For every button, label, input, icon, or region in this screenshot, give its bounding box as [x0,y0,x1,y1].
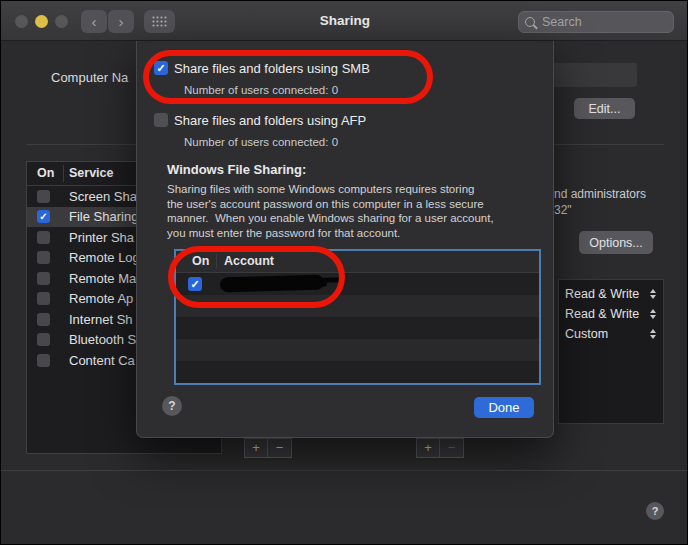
search-icon [525,17,535,27]
account-checkbox[interactable]: ✓ [188,277,202,291]
description-line: the user's account password on this comp… [167,197,547,212]
zoom-button[interactable] [55,15,68,28]
account-row[interactable]: ✓ [176,273,539,295]
service-label: Internet Sh [69,312,133,327]
sharing-preferences-window: ‹ › Sharing Computer Na Edit... On [0,0,688,545]
service-label: File Sharing [69,209,138,224]
service-label: Remote Ma [69,271,136,286]
windows-file-sharing-title: Windows File Sharing: [167,162,306,177]
service-checkbox[interactable] [37,354,50,367]
smb-checkbox-label[interactable]: Share files and folders using SMB [174,61,370,76]
permission-row[interactable]: Read & Write [559,284,663,304]
column-header-on: On [37,166,54,180]
remove-button[interactable]: − [268,439,291,457]
empty-row [176,295,539,317]
folders-add-remove-buttons: + − [244,438,292,458]
column-header-account: Account [224,254,274,268]
service-checkbox[interactable] [37,272,50,285]
check-icon: ✓ [39,212,47,222]
service-label: Screen Sha [69,189,137,204]
computer-name-field[interactable] [552,63,637,87]
users-permission-list: Read & Write Read & Write Custom [558,279,664,424]
divider [1,470,688,471]
service-checkbox[interactable] [37,251,50,264]
empty-row [176,339,539,361]
service-label: Printer Sha [69,230,134,245]
column-divider [216,254,217,269]
description-line: you must enter the password for that acc… [167,226,547,241]
column-header-on: On [192,254,209,268]
service-checkbox[interactable] [37,190,50,203]
grid-icon [152,16,167,27]
add-button[interactable]: + [417,439,440,457]
account-table: On Account ✓ [174,249,541,385]
service-checkbox[interactable] [37,292,50,305]
search-input[interactable] [540,14,667,30]
service-checkbox[interactable]: ✓ [37,210,50,223]
service-label: Bluetooth S [69,332,136,347]
permission-value: Read & Write [565,307,639,321]
close-button[interactable] [15,15,28,28]
permission-value: Read & Write [565,287,639,301]
account-table-header: On Account [176,251,539,273]
check-icon: ✓ [190,279,199,290]
search-field[interactable] [518,11,674,33]
description-line: manner. When you enable Windows sharing … [167,211,547,226]
chevron-right-icon: › [119,13,124,30]
service-checkbox[interactable] [37,231,50,244]
stepper-arrows-icon[interactable] [650,329,656,339]
service-label: Remote Ap [69,291,133,306]
stepper-arrows-icon[interactable] [650,309,656,319]
chevron-left-icon: ‹ [92,13,97,30]
empty-row [176,361,539,383]
minimize-button[interactable] [35,15,48,28]
permission-row[interactable]: Custom [559,324,663,344]
column-header-service: Service [69,166,113,180]
window-title: Sharing [281,13,409,28]
options-button[interactable]: Options... [579,231,653,254]
description-line: Sharing files with some Windows computer… [167,182,547,197]
stepper-arrows-icon[interactable] [650,289,656,299]
service-checkbox[interactable] [37,333,50,346]
redacted-account-scribble [220,275,324,293]
back-button[interactable]: ‹ [81,10,107,33]
edit-button[interactable]: Edit... [574,98,635,119]
windows-file-sharing-description: Sharing files with some Windows computer… [167,182,547,241]
done-button[interactable]: Done [474,397,534,418]
forward-button[interactable]: › [108,10,134,33]
sheet-help-button[interactable]: ? [162,396,182,416]
column-divider [63,165,64,182]
afp-users-connected: Number of users connected: 0 [184,136,338,148]
add-button[interactable]: + [245,439,268,457]
service-checkbox[interactable] [37,313,50,326]
smb-users-connected: Number of users connected: 0 [184,84,338,96]
afp-checkbox-label[interactable]: Share files and folders using AFP [174,113,366,128]
permission-value: Custom [565,327,608,341]
show-all-button[interactable] [144,10,175,33]
service-label: Remote Log [69,250,140,265]
size-text: 32" [554,203,572,217]
smb-checkbox[interactable]: ✓ [154,61,168,75]
remove-button[interactable]: − [440,439,463,457]
file-sharing-options-sheet: ✓ Share files and folders using SMB Numb… [136,41,554,438]
permission-row[interactable]: Read & Write [559,304,663,324]
check-icon: ✓ [156,63,165,74]
service-label: Content Ca [69,353,135,368]
afp-checkbox[interactable] [154,113,168,127]
window-titlebar: ‹ › Sharing [1,1,688,41]
empty-row [176,317,539,339]
admin-access-text: nd administrators [554,187,646,201]
help-button[interactable]: ? [646,502,664,520]
computer-name-label: Computer Na [51,70,128,85]
users-add-remove-buttons: + − [416,438,464,458]
